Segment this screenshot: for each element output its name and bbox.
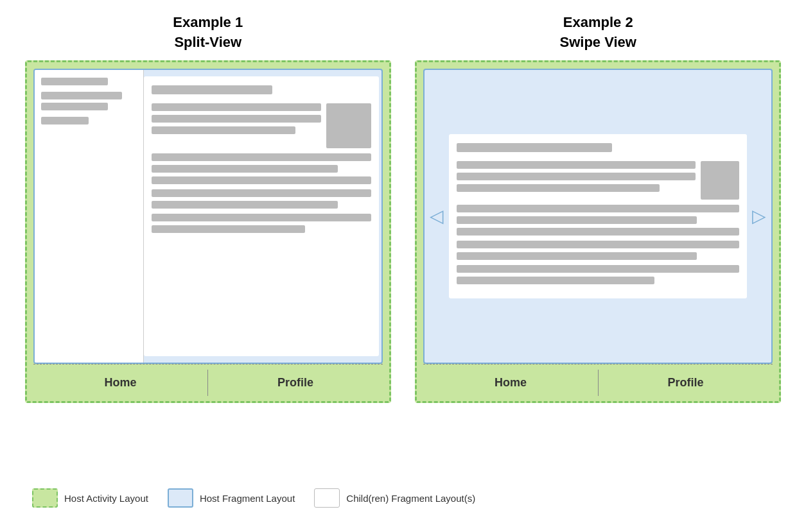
example1-title-line2: Split-View <box>174 34 241 50</box>
content-lines <box>457 161 696 200</box>
bar <box>152 189 371 197</box>
split-left-panel <box>35 70 144 363</box>
bar <box>457 161 696 169</box>
bar <box>41 117 89 124</box>
swipe-section-2 <box>457 205 739 236</box>
legend-label-1: Host Activity Layout <box>64 493 148 504</box>
examples-row: Example 1 Split-View <box>13 13 793 477</box>
example1-nav-home[interactable]: Home <box>33 365 208 401</box>
bar <box>41 78 108 85</box>
example1-title-line1: Example 1 <box>173 14 243 30</box>
bar <box>152 153 371 161</box>
legend-label-2: Host Fragment Layout <box>200 493 295 504</box>
legend-row: Host Activity Layout Host Fragment Layou… <box>13 477 793 519</box>
split-right-panel <box>144 76 379 356</box>
bar <box>457 205 739 212</box>
legend-item-1: Host Activity Layout <box>32 488 148 508</box>
right-arrow-icon[interactable]: ▷ <box>747 205 771 227</box>
image-placeholder <box>326 103 371 148</box>
bar <box>152 115 321 123</box>
swipe-section-3 <box>457 241 739 260</box>
content-lines <box>152 103 321 148</box>
legend-green-box <box>32 488 58 508</box>
left-item-3 <box>41 117 137 124</box>
example1-title: Example 1 Split-View <box>173 13 243 53</box>
image-placeholder <box>701 161 739 200</box>
bar <box>457 252 697 260</box>
legend-label-3: Child(ren) Fragment Layout(s) <box>346 493 475 504</box>
example2-green-container: ◁ <box>415 60 781 403</box>
example2-bottom-nav: Home Profile <box>423 364 773 401</box>
header-bar <box>152 85 272 94</box>
bar <box>457 241 739 248</box>
bar <box>152 201 338 209</box>
example2-title-line2: Swipe View <box>560 34 636 50</box>
example1-blue-host <box>33 69 383 364</box>
example2-nav-home[interactable]: Home <box>423 365 598 401</box>
example2-title-line1: Example 2 <box>563 14 633 30</box>
bar <box>152 126 295 134</box>
legend-item-3: Child(ren) Fragment Layout(s) <box>314 488 475 508</box>
content-section-4 <box>152 214 371 233</box>
example1-block: Example 1 Split-View <box>25 13 391 403</box>
example2-block: Example 2 Swipe View ◁ <box>415 13 781 403</box>
right-header <box>152 85 371 97</box>
legend-blue-box <box>168 488 193 508</box>
example2-swipe-host: ◁ <box>423 69 773 364</box>
bar <box>457 216 697 224</box>
example1-nav-profile[interactable]: Profile <box>208 365 383 401</box>
left-item-2 <box>41 92 137 110</box>
swipe-header <box>457 143 739 155</box>
bar <box>152 103 321 111</box>
content-with-image <box>152 103 371 148</box>
example2-nav-profile[interactable]: Profile <box>599 365 773 401</box>
swipe-section-4 <box>457 265 739 284</box>
left-item-1 <box>41 78 137 85</box>
bar <box>457 228 739 236</box>
main-container: Example 1 Split-View <box>13 13 793 519</box>
content-section-3 <box>152 189 371 209</box>
bar <box>152 165 338 173</box>
swipe-content-panel <box>449 134 747 298</box>
header-bar <box>457 143 612 152</box>
example2-title: Example 2 Swipe View <box>560 13 636 53</box>
bar <box>152 225 305 233</box>
content-section-2 <box>152 153 371 184</box>
bar <box>457 265 739 273</box>
bar <box>41 103 108 110</box>
legend-white-box <box>314 488 340 508</box>
legend-item-2: Host Fragment Layout <box>168 488 295 508</box>
bar <box>152 176 371 184</box>
bar <box>41 92 123 99</box>
bar <box>457 173 696 180</box>
example1-green-container: Home Profile <box>25 60 391 403</box>
left-arrow-icon[interactable]: ◁ <box>425 205 449 227</box>
bar <box>457 184 660 192</box>
bar <box>152 214 371 221</box>
bar <box>457 277 654 284</box>
example1-bottom-nav: Home Profile <box>33 364 383 401</box>
swipe-content-with-image <box>457 161 739 200</box>
